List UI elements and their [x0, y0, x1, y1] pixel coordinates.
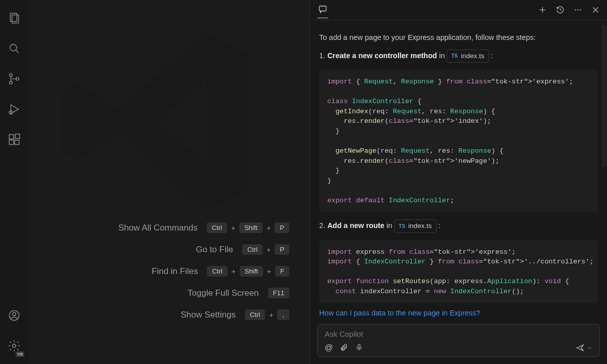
chevron-down-icon[interactable] [587, 345, 592, 351]
manage-badge: VS [16, 351, 24, 357]
svg-rect-11 [15, 140, 19, 145]
code-block-2[interactable]: import express from class="tok-str">'exp… [319, 240, 598, 304]
chat-step-1: 1. Create a new controller method in TSi… [319, 50, 598, 63]
cmd-show-all-commands: Show All Commands Ctrl+Shift+P [118, 222, 289, 233]
chat-tab-icon[interactable] [317, 2, 328, 18]
chat-input-placeholder: Ask Copilot [325, 330, 592, 338]
chat-body: To add a new page to your Express applic… [310, 20, 607, 308]
key: Ctrl [242, 244, 263, 255]
source-control-icon[interactable] [2, 67, 26, 91]
svg-point-4 [10, 74, 12, 76]
key: Shift [239, 222, 263, 233]
file-chip[interactable]: TSindex.ts [447, 50, 489, 63]
svg-point-6 [16, 77, 19, 80]
key: P [275, 222, 289, 233]
svg-point-5 [10, 81, 12, 84]
svg-point-21 [580, 9, 581, 10]
cmd-label: Find in Files [152, 266, 198, 277]
svg-rect-24 [358, 344, 360, 348]
chat-tab-bar [310, 0, 607, 20]
svg-point-14 [13, 312, 16, 316]
svg-line-3 [16, 50, 18, 53]
send-button[interactable] [576, 343, 592, 352]
vscode-watermark [54, 15, 266, 228]
svg-point-15 [13, 344, 16, 348]
ts-icon: TS [451, 52, 458, 60]
extensions-icon[interactable] [2, 127, 26, 152]
code-block-1[interactable]: import { Request, Response } from class=… [319, 70, 598, 212]
cmd-label: Toggle Full Screen [188, 288, 259, 298]
svg-rect-16 [319, 6, 326, 11]
history-icon[interactable] [556, 6, 565, 14]
chat-intro: To add a new page to your Express applic… [319, 32, 598, 43]
mention-icon[interactable]: @ [325, 343, 333, 352]
svg-point-19 [575, 9, 576, 10]
accounts-icon[interactable] [2, 303, 26, 328]
editor-area: Show All Commands Ctrl+Shift+P Go to Fil… [28, 0, 310, 364]
cmd-find-in-files: Find in Files Ctrl+Shift+F [152, 266, 289, 277]
suggestion-link[interactable]: How can I pass data to the new page in E… [319, 309, 607, 319]
mic-icon[interactable] [355, 343, 363, 352]
more-icon[interactable] [574, 6, 582, 14]
cmd-show-settings: Show Settings Ctrl+, [181, 309, 289, 320]
cmd-toggle-fullscreen: Toggle Full Screen F11 [188, 288, 289, 298]
key: Ctrl [245, 309, 265, 320]
activity-bar: VS [0, 0, 28, 364]
svg-point-20 [577, 9, 578, 10]
cmd-label: Go to File [196, 245, 233, 255]
key: Ctrl [207, 222, 227, 233]
svg-rect-10 [9, 140, 14, 145]
close-icon[interactable] [591, 6, 600, 14]
file-chip[interactable]: TSindex.ts [394, 219, 436, 233]
key: P [275, 244, 289, 255]
chat-step-2: 2. Add a new route in TSindex.ts : [319, 219, 598, 233]
welcome-commands: Show All Commands Ctrl+Shift+P Go to Fil… [28, 222, 289, 320]
key: F [275, 266, 289, 277]
svg-rect-9 [9, 134, 14, 139]
manage-icon[interactable]: VS [2, 334, 26, 358]
svg-point-2 [10, 44, 17, 51]
attach-icon[interactable] [340, 343, 348, 352]
chat-panel: To add a new page to your Express applic… [310, 0, 607, 364]
key: Shift [240, 266, 263, 277]
explorer-icon[interactable] [2, 6, 26, 30]
scrollbar[interactable] [602, 25, 607, 167]
run-debug-icon[interactable] [2, 97, 26, 121]
cmd-go-to-file: Go to File Ctrl+P [196, 244, 289, 255]
key: Ctrl [207, 266, 227, 277]
cmd-label: Show Settings [181, 310, 236, 320]
search-icon[interactable] [2, 36, 26, 61]
ts-icon: TS [399, 222, 405, 230]
svg-marker-7 [11, 105, 19, 113]
svg-rect-12 [15, 134, 20, 139]
key: , [277, 309, 289, 320]
chat-input[interactable]: Ask Copilot @ [317, 324, 600, 357]
key: F11 [268, 288, 289, 298]
new-chat-icon[interactable] [538, 6, 547, 14]
cmd-label: Show All Commands [118, 223, 198, 233]
